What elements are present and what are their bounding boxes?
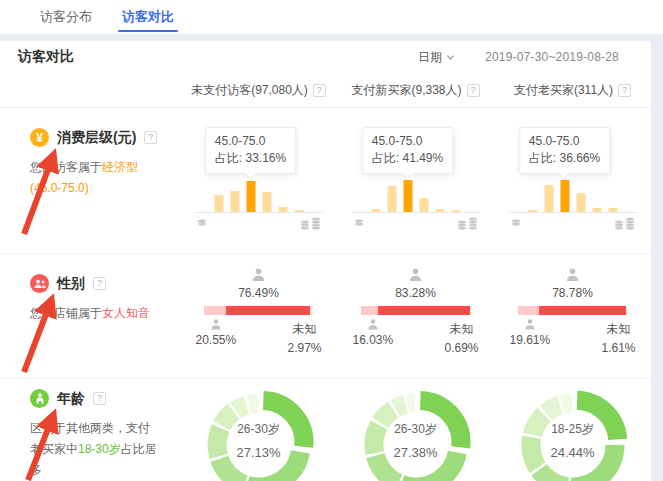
donut-segment[interactable] bbox=[562, 403, 571, 404]
donut-segment[interactable] bbox=[539, 470, 568, 481]
bar-segment[interactable] bbox=[544, 185, 553, 212]
bar-segment[interactable] bbox=[230, 191, 239, 212]
age-chart-new-buyers[interactable]: 26-30岁 27.38% bbox=[337, 379, 494, 481]
male-stat: 16.03% bbox=[353, 318, 394, 358]
date-range-picker[interactable]: 2019-07-30~2019-08-28 bbox=[485, 50, 633, 64]
gender-chart-unpaid[interactable]: 76.49% 20.55% 未知 2.97% bbox=[180, 254, 337, 378]
age-person-icon bbox=[30, 389, 49, 408]
column-header-old-buyers: 支付老买家(311人) ? bbox=[494, 82, 651, 99]
age-group-label: 18-25岁 bbox=[515, 421, 631, 438]
unknown-label: 未知 bbox=[287, 320, 321, 339]
male-segment[interactable] bbox=[518, 306, 540, 315]
female-segment[interactable] bbox=[226, 306, 310, 315]
axis-line bbox=[195, 212, 323, 213]
female-icon bbox=[407, 267, 424, 283]
column-header-label: 支付老买家(311人) bbox=[514, 82, 613, 99]
help-icon[interactable]: ? bbox=[618, 84, 631, 97]
female-icon bbox=[250, 267, 267, 283]
help-icon[interactable]: ? bbox=[93, 277, 106, 290]
female-segment[interactable] bbox=[378, 306, 470, 315]
donut-segment[interactable] bbox=[395, 404, 405, 408]
unknown-percent: 0.69% bbox=[444, 339, 478, 358]
consumption-chart-unpaid[interactable]: 45.0-75.0 占比: 33.16% bbox=[180, 108, 337, 253]
donut-segment[interactable] bbox=[546, 405, 560, 413]
age-group-label: 26-30岁 bbox=[358, 421, 474, 438]
unknown-segment[interactable] bbox=[310, 306, 313, 315]
tooltip-caret bbox=[559, 168, 570, 179]
female-segment[interactable] bbox=[539, 306, 626, 315]
male-icon bbox=[523, 318, 537, 331]
help-icon[interactable]: ? bbox=[93, 392, 106, 405]
donut-segment[interactable] bbox=[248, 403, 257, 404]
tooltip-share-label: 占比: bbox=[372, 151, 399, 165]
help-icon[interactable]: ? bbox=[467, 84, 480, 97]
column-header-new-buyers: 支付新买家(9,338人) ? bbox=[337, 82, 494, 99]
tab-bar: 访客分布 访客对比 bbox=[0, 0, 663, 34]
gender-stacked-bar[interactable] bbox=[518, 306, 628, 315]
consumption-chart-new-buyers[interactable]: 45.0-75.0 占比: 41.49% bbox=[337, 108, 494, 253]
bar-segment[interactable] bbox=[419, 198, 428, 212]
unknown-segment[interactable] bbox=[626, 306, 628, 315]
gender-chart-old-buyers[interactable]: 78.78% 19.61% 未知 1.61% bbox=[494, 254, 651, 378]
coin-scale bbox=[352, 216, 480, 232]
female-percent: 78.78% bbox=[494, 286, 651, 300]
axis-line bbox=[509, 212, 637, 213]
male-segment[interactable] bbox=[361, 306, 379, 315]
bar-segment[interactable] bbox=[403, 180, 412, 212]
axis-line bbox=[352, 212, 480, 213]
bar-segment[interactable] bbox=[576, 193, 585, 212]
bar-segment[interactable] bbox=[246, 181, 255, 212]
age-group-value: 27.38% bbox=[358, 445, 474, 460]
tab-visitor-distribution[interactable]: 访客分布 bbox=[40, 0, 92, 34]
donut-segment[interactable] bbox=[407, 403, 414, 404]
high-spend-coins-icon bbox=[299, 216, 323, 232]
consumption-description: 您的访客属于经济型(45.0-75.0) bbox=[30, 157, 158, 199]
desc-text: 您的访客属于 bbox=[30, 160, 102, 174]
male-icon bbox=[209, 318, 223, 331]
bar-group[interactable] bbox=[528, 180, 617, 212]
age-chart-old-buyers[interactable]: 18-25岁 24.44% bbox=[494, 379, 651, 481]
page-title: 访客对比 bbox=[18, 48, 74, 66]
age-group-label: 26-30岁 bbox=[201, 421, 317, 438]
tab-visitor-compare[interactable]: 访客对比 bbox=[122, 0, 174, 34]
low-spend-coin-icon bbox=[195, 216, 209, 230]
bar-group[interactable] bbox=[214, 180, 303, 212]
male-segment[interactable] bbox=[204, 306, 227, 315]
male-percent: 20.55% bbox=[196, 333, 237, 347]
consumption-title: 消费层级(元) bbox=[57, 129, 136, 147]
donut-segment[interactable] bbox=[219, 459, 244, 481]
chart-tooltip: 45.0-75.0 占比: 33.16% bbox=[205, 127, 296, 174]
column-header-label: 未支付访客(97,080人) bbox=[191, 82, 308, 99]
age-group-value: 27.13% bbox=[201, 445, 317, 460]
male-percent: 19.61% bbox=[510, 333, 551, 347]
row-age: 年龄 ? 区别于其他两类，支付老买家中18-30岁占比居多 26-30岁 27.… bbox=[0, 378, 651, 481]
female-icon bbox=[564, 267, 581, 283]
bar-segment[interactable] bbox=[262, 192, 271, 212]
female-percent: 76.49% bbox=[180, 286, 337, 300]
male-stat: 19.61% bbox=[510, 318, 551, 358]
date-type-dropdown[interactable]: 日期 bbox=[418, 49, 455, 66]
gender-chart-new-buyers[interactable]: 83.28% 16.03% 未知 0.69% bbox=[337, 254, 494, 378]
high-spend-coins-icon bbox=[456, 216, 480, 232]
age-chart-unpaid[interactable]: 26-30岁 27.13% bbox=[180, 379, 337, 481]
male-stat: 20.55% bbox=[196, 318, 237, 358]
bar-segment[interactable] bbox=[387, 186, 396, 212]
gender-stacked-bar[interactable] bbox=[361, 306, 471, 315]
donut-segment[interactable] bbox=[235, 405, 246, 410]
unknown-segment[interactable] bbox=[470, 306, 471, 315]
bar-segment[interactable] bbox=[560, 180, 569, 212]
unknown-stat: 未知 0.69% bbox=[444, 318, 478, 358]
consumption-chart-old-buyers[interactable]: 45.0-75.0 占比: 36.66% bbox=[494, 108, 651, 253]
gender-title: 性别 bbox=[57, 275, 85, 293]
help-icon[interactable]: ? bbox=[313, 84, 326, 97]
help-icon[interactable]: ? bbox=[144, 131, 157, 144]
bar-group[interactable] bbox=[371, 180, 460, 212]
gender-stacked-bar[interactable] bbox=[204, 306, 314, 315]
tooltip-share-value: 33.16% bbox=[245, 151, 286, 165]
bar-segment[interactable] bbox=[214, 195, 223, 212]
donut-center-label: 26-30岁 27.13% bbox=[201, 421, 317, 460]
age-left-block: 年龄 ? 区别于其他两类，支付老买家中18-30岁占比居多 bbox=[0, 379, 180, 481]
unknown-label: 未知 bbox=[601, 320, 635, 339]
chevron-down-icon bbox=[446, 53, 455, 62]
panel-header: 访客对比 日期 2019-07-30~2019-08-28 bbox=[0, 41, 651, 73]
